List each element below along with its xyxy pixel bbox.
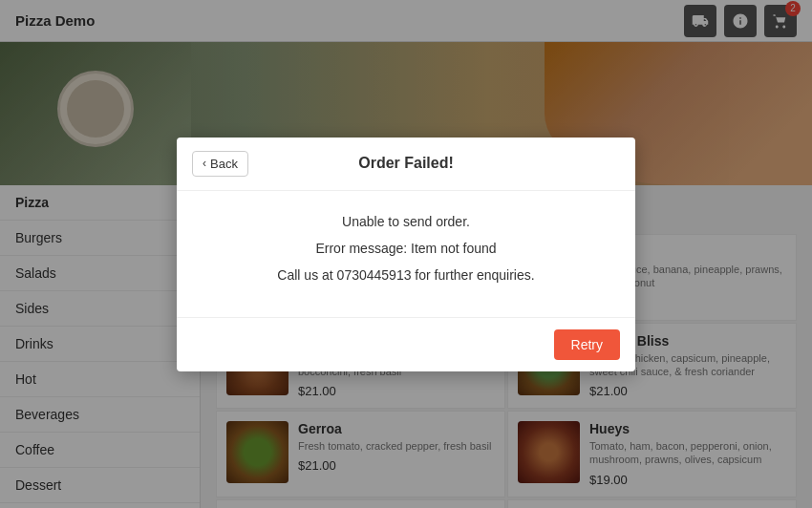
back-label: Back: [210, 157, 238, 171]
modal-header: ‹ Back Order Failed!: [177, 138, 635, 191]
modal-body: Unable to send order. Error message: Ite…: [177, 191, 635, 317]
back-button[interactable]: ‹ Back: [192, 151, 248, 177]
retry-button[interactable]: Retry: [554, 329, 620, 360]
modal-footer: Retry: [177, 317, 635, 371]
order-failed-modal: ‹ Back Order Failed! Unable to send orde…: [177, 138, 635, 371]
chevron-left-icon: ‹: [203, 157, 206, 170]
modal-overlay: ‹ Back Order Failed! Unable to send orde…: [0, 0, 812, 508]
modal-line3: Call us at 0730445913 for further enquir…: [192, 267, 620, 283]
modal-line1: Unable to send order.: [192, 214, 620, 229]
modal-title: Order Failed!: [358, 155, 454, 172]
modal-line2: Error message: Item not found: [192, 241, 620, 256]
